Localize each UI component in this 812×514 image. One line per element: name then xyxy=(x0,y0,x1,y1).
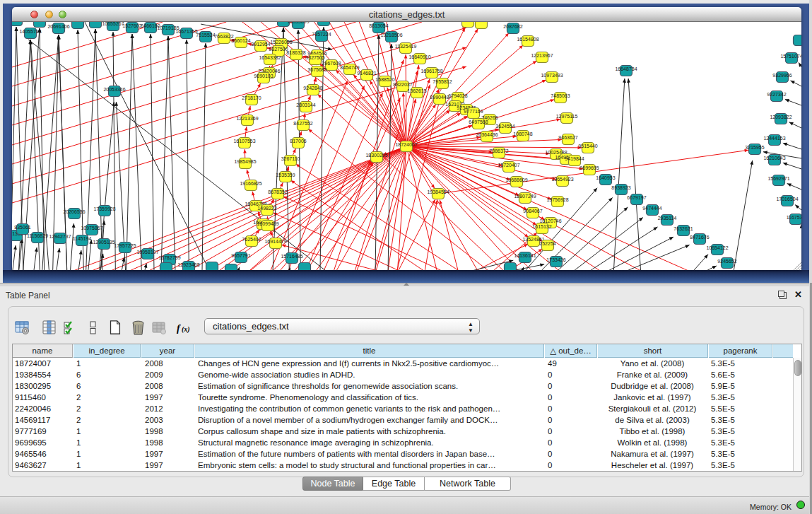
svg-text:9463627: 9463627 xyxy=(558,135,577,140)
svg-text:2803144: 2803144 xyxy=(296,103,315,107)
svg-text:12942737: 12942737 xyxy=(49,234,71,239)
svg-text:7485063: 7485063 xyxy=(551,93,570,98)
svg-text:16033809: 16033809 xyxy=(287,22,309,24)
svg-text:8471676: 8471676 xyxy=(690,235,709,240)
svg-text:1080748: 1080748 xyxy=(513,132,532,136)
svg-text:7386372: 7386372 xyxy=(489,148,508,153)
svg-text:8912954: 8912954 xyxy=(251,42,270,47)
svg-text:20364436: 20364436 xyxy=(476,132,498,137)
svg-text:10975867: 10975867 xyxy=(81,226,102,230)
svg-text:12213369: 12213369 xyxy=(236,116,258,121)
svg-text:1167533: 1167533 xyxy=(787,215,801,220)
svg-text:3624554: 3624554 xyxy=(495,124,514,129)
svg-text:7357224: 7357224 xyxy=(312,32,331,37)
svg-text:9890103: 9890103 xyxy=(254,74,273,78)
svg-text:3215955: 3215955 xyxy=(745,145,764,150)
svg-text:1615132: 1615132 xyxy=(532,224,551,229)
svg-text:18724007: 18724007 xyxy=(395,142,417,147)
svg-text:16154808: 16154808 xyxy=(517,37,539,42)
svg-text:1145194: 1145194 xyxy=(73,236,92,241)
svg-text:9084067: 9084067 xyxy=(523,209,542,214)
svg-text:10688609: 10688609 xyxy=(505,177,527,182)
svg-text:835061: 835061 xyxy=(14,225,30,230)
svg-text:14055714: 14055714 xyxy=(19,29,41,34)
svg-text:7515524: 7515524 xyxy=(196,33,215,37)
svg-text:1535359: 1535359 xyxy=(276,173,295,177)
svg-text:6679197: 6679197 xyxy=(627,195,646,200)
svg-text:9699695: 9699695 xyxy=(579,165,599,170)
svg-text:2087682: 2087682 xyxy=(503,24,522,29)
svg-text:8186328: 8186328 xyxy=(286,50,305,55)
svg-text:3675685: 3675685 xyxy=(307,67,326,72)
svg-text:16640910: 16640910 xyxy=(408,54,430,59)
svg-text:1640953: 1640953 xyxy=(596,175,615,180)
svg-text:8322037: 8322037 xyxy=(393,82,412,87)
svg-text:16671355: 16671355 xyxy=(175,29,197,34)
svg-text:16648784: 16648784 xyxy=(615,66,637,71)
svg-text:9327505: 9327505 xyxy=(305,55,324,60)
svg-text:3267110: 3267110 xyxy=(281,156,300,161)
svg-text:15716485: 15716485 xyxy=(281,254,302,259)
svg-text:10958107: 10958107 xyxy=(136,250,158,255)
svg-text:8938923: 8938923 xyxy=(611,185,630,190)
svg-text:15226058: 15226058 xyxy=(270,40,292,45)
svg-text:12093822: 12093822 xyxy=(770,115,792,119)
svg-text:1733426: 1733426 xyxy=(546,257,565,262)
svg-text:9657791: 9657791 xyxy=(231,253,250,258)
svg-text:15720407: 15720407 xyxy=(498,163,519,168)
svg-text:8813054: 8813054 xyxy=(369,23,388,28)
svg-text:14136141: 14136141 xyxy=(514,253,536,258)
svg-text:1588520: 1588520 xyxy=(375,77,394,82)
svg-text:(x): (x) xyxy=(182,325,190,334)
svg-text:9419844: 9419844 xyxy=(565,156,584,161)
svg-text:9474444: 9474444 xyxy=(642,206,661,211)
svg-text:7955812: 7955812 xyxy=(433,79,452,84)
svg-text:16914479: 16914479 xyxy=(264,239,286,244)
svg-text:19654923: 19654923 xyxy=(551,177,573,182)
svg-text:15692971: 15692971 xyxy=(767,176,789,181)
svg-text:12923468: 12923468 xyxy=(177,262,199,267)
svg-text:817006: 817006 xyxy=(290,139,306,144)
svg-text:1362615: 1362615 xyxy=(407,88,426,93)
svg-text:1527602: 1527602 xyxy=(122,23,141,28)
svg-text:7625402: 7625402 xyxy=(242,237,261,242)
svg-text:8678352: 8678352 xyxy=(268,189,287,194)
svg-text:17957225: 17957225 xyxy=(114,243,136,248)
svg-text:8660124: 8660124 xyxy=(231,38,250,43)
svg-text:11156829: 11156829 xyxy=(27,233,48,238)
svg-text:19218506: 19218506 xyxy=(380,33,402,37)
svg-text:1498222: 1498222 xyxy=(257,206,276,211)
svg-text:16210643: 16210643 xyxy=(763,156,785,160)
svg-text:10973493: 10973493 xyxy=(541,73,563,78)
svg-text:20206536: 20206536 xyxy=(63,209,85,214)
svg-text:6497568: 6497568 xyxy=(469,119,488,124)
svg-text:16961758: 16961758 xyxy=(420,69,442,74)
svg-text:8427552: 8427552 xyxy=(293,121,312,126)
svg-text:12905135: 12905135 xyxy=(93,240,114,245)
svg-text:18807249: 18807249 xyxy=(514,194,536,199)
svg-text:19384554: 19384554 xyxy=(427,189,449,194)
svg-text:16099489: 16099489 xyxy=(257,221,278,226)
svg-text:252254: 252254 xyxy=(539,241,555,246)
svg-text:f: f xyxy=(177,323,181,334)
svg-text:20691406: 20691406 xyxy=(47,24,69,29)
svg-text:10654122: 10654122 xyxy=(706,245,728,250)
svg-text:2718170: 2718170 xyxy=(242,95,261,100)
svg-text:16782759: 16782759 xyxy=(158,255,180,260)
svg-text:17016504: 17016504 xyxy=(776,197,798,201)
svg-text:2967608: 2967608 xyxy=(322,61,341,66)
svg-text:12444153: 12444153 xyxy=(763,136,785,141)
svg-text:10655267: 10655267 xyxy=(102,22,124,26)
svg-text:11325419: 11325419 xyxy=(395,44,417,49)
svg-text:12213967: 12213967 xyxy=(531,53,553,58)
svg-text:15751074: 15751074 xyxy=(780,54,801,59)
svg-text:19854985: 19854985 xyxy=(234,159,256,164)
svg-text:7632621: 7632621 xyxy=(673,226,693,231)
svg-text:9245652: 9245652 xyxy=(717,259,736,264)
svg-text:9329966: 9329966 xyxy=(772,73,792,78)
svg-text:12975115: 12975115 xyxy=(556,114,578,119)
svg-text:9242848: 9242848 xyxy=(303,86,322,90)
svg-text:6794028: 6794028 xyxy=(448,93,467,98)
svg-text:9515440: 9515440 xyxy=(578,144,597,148)
svg-text:9227342: 9227342 xyxy=(767,92,786,97)
